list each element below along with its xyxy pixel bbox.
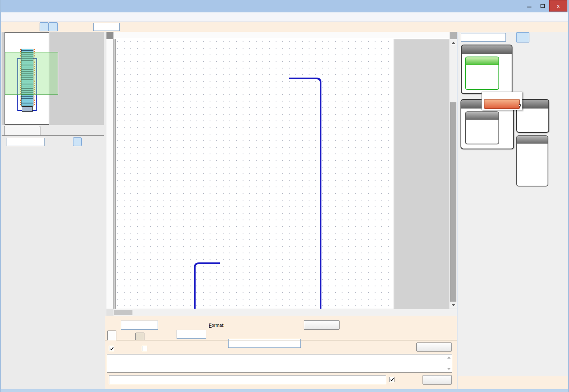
delete-button[interactable] <box>163 22 172 31</box>
vertical-ruler <box>106 39 113 309</box>
ruler-corner <box>106 32 113 39</box>
subcategory-digital[interactable] <box>516 135 548 187</box>
toolbox-search-input[interactable] <box>461 33 506 42</box>
connect-button[interactable] <box>304 320 340 330</box>
wizard-button[interactable] <box>516 32 529 43</box>
vertical-scroll-thumb[interactable] <box>450 102 456 302</box>
maximize-button[interactable] <box>536 0 549 12</box>
left-panel <box>1 32 105 389</box>
horizontal-ruler <box>113 32 449 39</box>
canvas-vertical-scrollbar[interactable] <box>450 39 457 309</box>
subcategory-generators-digital[interactable] <box>465 57 499 90</box>
auto-clear-checkbox[interactable] <box>389 377 394 382</box>
canvas-horizontal-scrollbar[interactable] <box>106 309 457 316</box>
ads-bar <box>458 376 569 389</box>
wire-digital2-to-digital13[interactable] <box>113 39 449 309</box>
close-button[interactable]: x <box>549 0 567 12</box>
tooltip-component-preview <box>484 99 520 109</box>
speed-select[interactable] <box>177 330 206 339</box>
tab-properties[interactable] <box>4 126 40 136</box>
design-canvas[interactable] <box>113 39 449 309</box>
clear-button[interactable] <box>416 342 452 352</box>
properties-toolbar <box>2 135 104 148</box>
zoom-out-button[interactable] <box>141 22 150 31</box>
filter-funnel-button[interactable] <box>47 137 56 146</box>
send-button[interactable] <box>423 375 452 385</box>
pin-properties-button[interactable] <box>92 137 100 146</box>
open-dropdown[interactable] <box>23 22 27 31</box>
toggle-grid-button[interactable] <box>49 22 58 31</box>
redo-dropdown[interactable] <box>83 22 87 31</box>
send-input[interactable] <box>109 375 386 384</box>
new-project-button[interactable] <box>5 22 14 31</box>
zoom-reset-button[interactable] <box>132 22 141 31</box>
title-bar: x <box>1 0 568 12</box>
textarea-scroll-up[interactable] <box>447 357 451 359</box>
list-view-button[interactable] <box>73 137 82 146</box>
undo-button[interactable] <box>61 22 70 31</box>
compile-button[interactable] <box>187 22 196 31</box>
toolbox-panel <box>457 32 569 389</box>
toggle-rulers-button[interactable] <box>40 22 49 31</box>
menu-bar <box>1 12 568 22</box>
serial-terminal-panel: Format: <box>105 316 457 389</box>
undo-dropdown[interactable] <box>70 22 74 31</box>
app-window: x <box>0 0 569 392</box>
textarea-scroll-down[interactable] <box>447 368 451 370</box>
expand-all-button[interactable] <box>56 137 64 146</box>
horizontal-scroll-thumb[interactable] <box>114 310 132 315</box>
reroute-wires-button[interactable] <box>153 22 163 31</box>
save-button[interactable] <box>27 22 36 31</box>
redo-button[interactable] <box>74 22 83 31</box>
scroll-up-arrow[interactable] <box>451 42 456 44</box>
tooltip-title <box>482 92 522 93</box>
terminal-output[interactable] <box>107 354 452 373</box>
component-tooltip <box>482 92 522 110</box>
tab-scope[interactable] <box>135 333 144 340</box>
window-bottom-edge <box>1 389 568 392</box>
format-label: Format: <box>209 323 224 328</box>
port-select[interactable] <box>121 321 158 330</box>
zoom-in-button[interactable] <box>123 22 132 31</box>
collapse-all-button[interactable] <box>64 137 73 146</box>
minimize-button[interactable] <box>523 0 536 12</box>
design-minimap[interactable] <box>2 32 104 125</box>
zoom-select[interactable] <box>93 23 120 31</box>
main-toolbar <box>1 22 568 32</box>
auto-scroll-checkbox[interactable] <box>109 346 114 351</box>
minimap-viewport[interactable] <box>5 52 58 95</box>
hold-checkbox[interactable] <box>142 346 147 351</box>
subcategory-measurement-digital[interactable] <box>465 111 499 144</box>
tab-terminal[interactable] <box>107 331 116 340</box>
open-project-button[interactable] <box>14 22 23 31</box>
properties-filter-input[interactable] <box>7 138 45 146</box>
upload-button[interactable] <box>196 22 205 31</box>
scroll-down-arrow[interactable] <box>451 304 456 306</box>
